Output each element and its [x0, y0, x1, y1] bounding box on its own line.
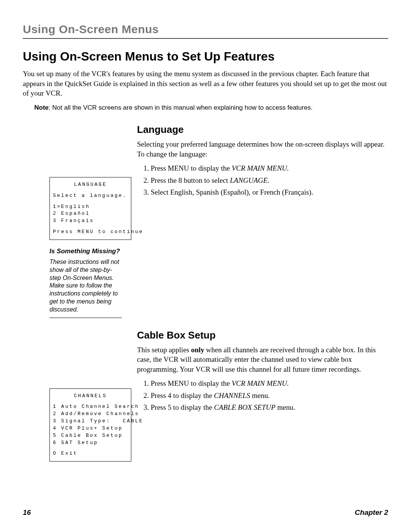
sidebar-heading: Is Something Missing?: [49, 248, 126, 255]
cable-paragraph: This setup applies only when all channel…: [137, 345, 388, 374]
osd-line-4: 4 VCR Plus+ Setup: [53, 425, 128, 432]
page-title: Using On-Screen Menus to Set Up Features: [23, 50, 388, 64]
sidebar-text: These instructions will not show all of …: [49, 258, 122, 318]
osd-option-1: 1>English: [53, 203, 128, 211]
language-step-3: Select English, Spanish (Español), or Fr…: [151, 187, 388, 198]
note-block: Note: Not all the VCR screens are shown …: [34, 104, 331, 112]
language-section: LANGUAGE Select a language. 1>English 2 …: [23, 124, 388, 318]
osd-option-2: 2 Español: [53, 210, 128, 217]
intro-paragraph: You set up many of the VCR's features by…: [23, 69, 388, 98]
cable-right-column: Cable Box Setup This setup applies only …: [137, 329, 388, 469]
osd-prompt: Select a language.: [53, 192, 128, 200]
osd-title: LANGUAGE: [53, 181, 128, 189]
language-steps: Press MENU to display the VCR MAIN MENU.…: [137, 163, 388, 198]
note-text: : Not all the VCR screens are shown in t…: [49, 104, 313, 111]
osd-option-3: 3 Français: [53, 217, 128, 225]
osd-line-3: 3 Signal Type: CABLE: [53, 418, 128, 425]
osd-line-5: 5 Cable Box Setup: [53, 432, 128, 439]
cable-left-column: CHANNELS 1 Auto Channel Search 2 Add/Rem…: [23, 329, 126, 469]
osd-title: CHANNELS: [53, 393, 128, 400]
language-step-2: Press the 8 button to select LANGUAGE.: [151, 175, 388, 186]
language-heading: Language: [137, 124, 388, 136]
osd-line-6: 6 SAT Setup: [53, 439, 128, 447]
note-label: Note: [34, 104, 49, 111]
cable-step-3: Press 5 to display the CABLE BOX SETUP m…: [151, 402, 388, 413]
osd-line-2: 2 Add/Remove Channels: [53, 411, 128, 418]
channels-osd-screen: CHANNELS 1 Auto Channel Search 2 Add/Rem…: [49, 388, 131, 462]
language-paragraph: Selecting your preferred language determ…: [137, 139, 388, 159]
cable-section: CHANNELS 1 Auto Channel Search 2 Add/Rem…: [23, 329, 388, 469]
osd-exit: O Exit: [53, 450, 128, 457]
language-osd-screen: LANGUAGE Select a language. 1>English 2 …: [49, 177, 131, 240]
osd-footer: Press MENU to continue: [53, 228, 128, 236]
cable-step-2: Press 4 to display the CHANNELS menu.: [151, 390, 388, 401]
language-right-column: Language Selecting your preferred langua…: [137, 124, 388, 318]
cable-step-1: Press MENU to display the VCR MAIN MENU.: [151, 378, 388, 389]
language-left-column: LANGUAGE Select a language. 1>English 2 …: [23, 124, 126, 318]
language-step-1: Press MENU to display the VCR MAIN MENU.: [151, 163, 388, 174]
running-header: Using On-Screen Menus: [23, 23, 388, 39]
cable-heading: Cable Box Setup: [137, 329, 388, 341]
osd-line-1: 1 Auto Channel Search: [53, 403, 128, 411]
page-footer: 16 Chapter 2: [23, 508, 388, 517]
cable-steps: Press MENU to display the VCR MAIN MENU.…: [137, 378, 388, 413]
page-number: 16: [23, 508, 31, 517]
chapter-label: Chapter 2: [355, 508, 388, 517]
